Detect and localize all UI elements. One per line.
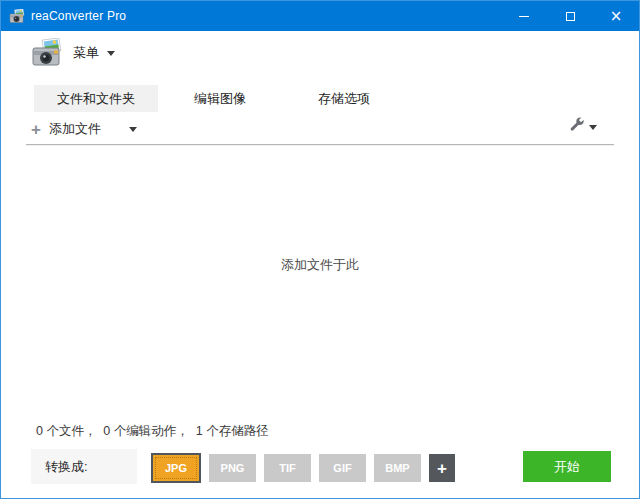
minimize-icon (519, 16, 529, 17)
chevron-down-icon (589, 125, 597, 130)
minimize-button[interactable] (501, 1, 547, 31)
close-button[interactable]: × (593, 1, 639, 31)
settings-menu-button[interactable] (569, 117, 597, 137)
format-button-gif[interactable]: GIF (319, 454, 366, 482)
app-logo-icon (31, 38, 63, 68)
drop-zone-hint: 添加文件于此 (2, 256, 638, 274)
chevron-down-icon[interactable] (129, 127, 137, 132)
toolbar-separator (26, 144, 614, 145)
format-buttons: JPG PNG TIF GIF BMP + (151, 453, 455, 483)
add-icon: + (31, 121, 41, 138)
titlebar: reaConverter Pro × (1, 1, 639, 31)
format-button-jpg[interactable]: JPG (151, 453, 201, 483)
app-logo-icon (9, 9, 25, 24)
toolbar: + 添加文件 (31, 115, 609, 143)
tab-bar: 文件和文件夹 编辑图像 存储选项 (34, 85, 406, 112)
tab-edit-images[interactable]: 编辑图像 (158, 85, 282, 112)
file-drop-zone[interactable]: 添加文件于此 (2, 146, 638, 438)
add-files-button[interactable]: 添加文件 (49, 120, 101, 138)
maximize-button[interactable] (547, 1, 593, 31)
format-button-tif[interactable]: TIF (264, 454, 311, 482)
maximize-icon (566, 12, 575, 21)
format-button-png[interactable]: PNG (209, 454, 256, 482)
menu-label: 菜单 (73, 44, 99, 62)
status-text: 0 个文件， 0 个编辑动作， 1 个存储路径 (36, 423, 269, 440)
convert-to-label: 转换成: (31, 449, 137, 484)
format-button-bmp[interactable]: BMP (374, 454, 421, 482)
tab-saving-options[interactable]: 存储选项 (282, 85, 406, 112)
wrench-icon (569, 117, 585, 137)
menu-button[interactable]: 菜单 (31, 38, 115, 68)
window-title: reaConverter Pro (31, 9, 126, 23)
chevron-down-icon (107, 51, 115, 56)
add-format-button[interactable]: + (429, 454, 455, 482)
app-window: reaConverter Pro × (0, 0, 640, 499)
conversion-bar: 转换成: JPG PNG TIF GIF BMP + 开始 (1, 442, 639, 498)
start-button[interactable]: 开始 (523, 451, 611, 482)
close-icon: × (610, 9, 623, 24)
tab-files-and-folders[interactable]: 文件和文件夹 (34, 85, 158, 112)
